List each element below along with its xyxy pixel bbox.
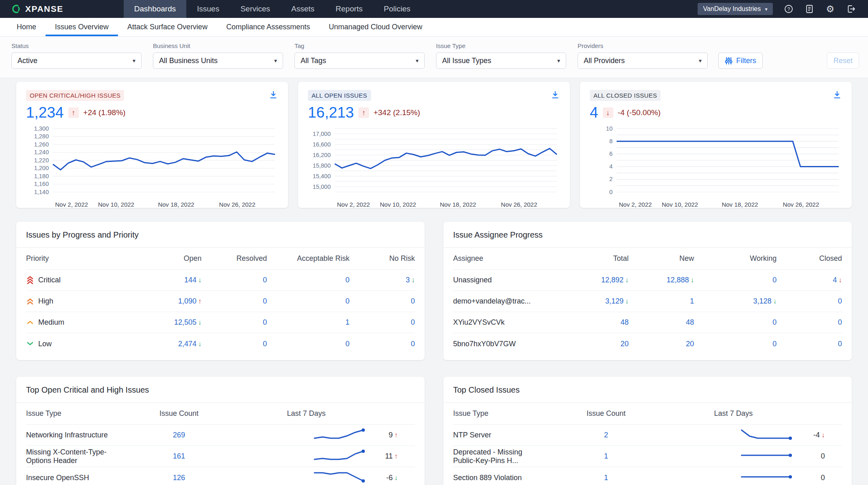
settings-gear-icon[interactable]: ⚙	[825, 4, 835, 14]
issue-count[interactable]: 2	[604, 431, 608, 439]
metric-value[interactable]: 0	[838, 340, 842, 348]
metric-value[interactable]: 0	[345, 276, 349, 284]
metric-value[interactable]: 0	[263, 340, 267, 348]
metric-value[interactable]: 1,090	[178, 297, 196, 305]
tab-attack-surface-overview[interactable]: Attack Surface Overview	[118, 18, 217, 36]
table-row[interactable]: Section 889 Violation10	[453, 467, 842, 485]
table-row[interactable]: demo+vandelay@trac...3,129↓13,128↓0	[453, 291, 842, 312]
providers-select[interactable]: All Providers▾	[578, 52, 708, 69]
tab-issues-overview[interactable]: Issues Overview	[46, 18, 118, 36]
tab-unmanaged-cloud-overview[interactable]: Unmanaged Cloud Overview	[319, 18, 432, 36]
table-row[interactable]: XYiu2VYSvCVk484800	[453, 312, 842, 333]
nav-item-policies[interactable]: Policies	[373, 0, 421, 18]
metric-value[interactable]: 0	[411, 297, 415, 305]
account-menu-button[interactable]: VanDelay Industries ▾	[698, 3, 773, 15]
arrow-down-icon: ↓	[395, 474, 398, 482]
issue-count[interactable]: 161	[173, 452, 185, 460]
arrow-down-icon: ↓	[625, 276, 629, 284]
download-icon[interactable]	[268, 90, 278, 101]
tab-compliance-assessments[interactable]: Compliance Assessments	[217, 18, 319, 36]
table-row[interactable]: Insecure OpenSSH126-6↓	[26, 467, 415, 485]
metric-value[interactable]: 20	[620, 340, 628, 348]
table-header-row: Issue TypeIssue CountLast 7 Days	[453, 403, 842, 425]
metric-value[interactable]: 0	[772, 340, 776, 348]
nav-item-services[interactable]: Services	[230, 0, 281, 18]
tab-home[interactable]: Home	[7, 18, 46, 36]
metric-cell: 144↓	[129, 276, 202, 284]
metric-value[interactable]: 0	[838, 318, 842, 326]
nav-item-reports[interactable]: Reports	[325, 0, 373, 18]
metric-cell: 3,129↓	[556, 297, 629, 306]
card-title: Top Closed Issues	[453, 385, 519, 394]
download-icon[interactable]	[550, 90, 560, 101]
table-row[interactable]: Unassigned12,892↓12,888↓04↓	[453, 270, 842, 291]
table-row[interactable]: 5bno7hxY0bV7GW202000	[453, 333, 842, 354]
metric-value[interactable]: 0	[263, 318, 267, 326]
metric-value[interactable]: 0	[263, 276, 267, 284]
stat-value: 1,234	[26, 104, 64, 121]
issue-count[interactable]: 1	[604, 452, 608, 460]
nav-item-issues[interactable]: Issues	[186, 0, 230, 18]
arrow-down-icon: ↓	[198, 276, 202, 284]
top-open-issues-card: Top Open Critical and High Issues Issue …	[16, 377, 425, 485]
metric-value[interactable]: 0	[345, 340, 349, 348]
nav-item-assets[interactable]: Assets	[281, 0, 325, 18]
metric-value[interactable]: 1	[345, 318, 349, 326]
issue-count[interactable]: 269	[173, 431, 185, 439]
trend-delta: -6↓	[373, 474, 398, 482]
metric-value[interactable]: 0	[263, 297, 267, 305]
nav-item-dashboards[interactable]: Dashboards	[124, 0, 186, 18]
filter-label: Status	[11, 42, 142, 49]
metric-cell: 12,888↓	[628, 276, 694, 284]
issue-count[interactable]: 126	[173, 474, 185, 482]
metric-value[interactable]: 0	[772, 318, 776, 326]
metric-value[interactable]: 0	[345, 297, 349, 305]
filters-button[interactable]: Filters	[718, 52, 763, 69]
metric-value[interactable]: 0	[772, 276, 776, 284]
metric-value[interactable]: 4	[833, 276, 837, 284]
brand[interactable]: XPANSE	[12, 4, 63, 14]
svg-text:Nov 10, 2022: Nov 10, 2022	[662, 201, 698, 208]
business-unit-select[interactable]: All Business Units▾	[153, 52, 283, 69]
metric-value[interactable]: 0	[411, 318, 415, 326]
tag-select[interactable]: All Tags▾	[294, 52, 425, 69]
table-row[interactable]: Deprecated - Missing Public-Key-Pins H..…	[453, 446, 842, 467]
table-row[interactable]: Medium12,505↓010	[26, 312, 415, 333]
metric-cell: 0	[349, 340, 415, 348]
metric-value[interactable]: 3,128	[753, 297, 772, 305]
table-row[interactable]: Critical144↓003↓	[26, 270, 415, 291]
svg-text:8: 8	[609, 138, 613, 144]
metric-value[interactable]: 144	[184, 276, 196, 284]
metric-value[interactable]: 48	[686, 318, 694, 326]
reset-button[interactable]: Reset	[827, 52, 859, 69]
metric-cell: 20	[556, 340, 629, 348]
metric-value[interactable]: 12,892	[601, 276, 624, 284]
table-row[interactable]: High1,090↑000	[26, 291, 415, 312]
metric-value[interactable]: 3,129	[605, 297, 624, 305]
metric-value[interactable]: 3	[406, 276, 410, 284]
metric-value[interactable]: 0	[838, 297, 842, 305]
logout-icon[interactable]	[846, 4, 856, 14]
issue-count[interactable]: 1	[604, 474, 608, 482]
metric-value[interactable]: 12,888	[667, 276, 689, 284]
svg-text:1,300: 1,300	[34, 125, 49, 132]
metric-value[interactable]: 1	[690, 297, 694, 305]
table-row[interactable]: NTP Server2-4↓	[453, 425, 842, 446]
table-row[interactable]: Networking Infrastructure2699↑	[26, 425, 415, 446]
table-row[interactable]: Missing X-Content-Type-Options Header161…	[26, 446, 415, 467]
top-closed-issues-card: Top Closed Issues Issue TypeIssue CountL…	[443, 377, 852, 485]
metric-value[interactable]: 12,505	[174, 318, 196, 326]
metric-value[interactable]: 48	[620, 318, 628, 326]
status-select[interactable]: Active▾	[11, 52, 142, 69]
metric-value[interactable]: 2,474	[178, 340, 196, 348]
primary-nav: DashboardsIssuesServicesAssetsReportsPol…	[124, 0, 421, 18]
download-icon[interactable]	[832, 90, 842, 101]
metric-value[interactable]: 20	[686, 340, 694, 348]
issue-type-select[interactable]: All Issue Types▾	[436, 52, 566, 69]
help-icon[interactable]: ?	[784, 4, 794, 14]
table-row[interactable]: Low2,474↓000	[26, 333, 415, 354]
release-notes-icon[interactable]	[805, 4, 814, 14]
svg-text:1,160: 1,160	[34, 181, 49, 187]
svg-text:Nov 26, 2022: Nov 26, 2022	[783, 201, 819, 208]
metric-value[interactable]: 0	[411, 340, 415, 348]
